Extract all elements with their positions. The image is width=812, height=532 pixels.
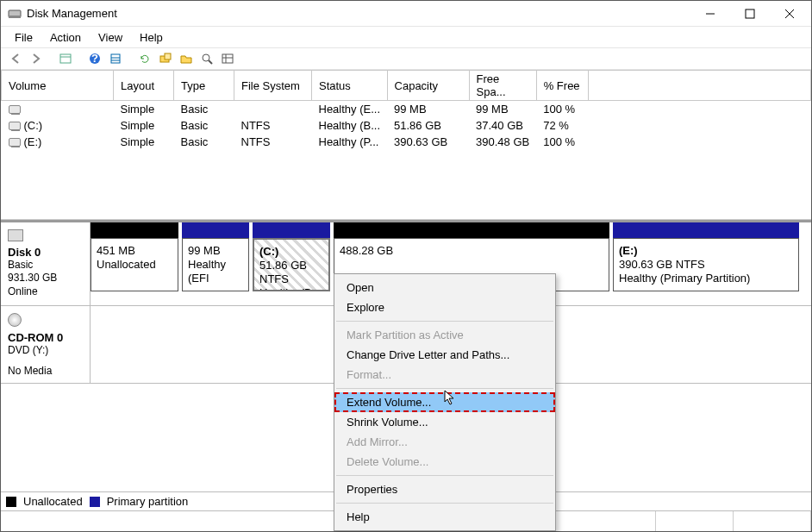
col-fs[interactable]: File System xyxy=(234,71,312,101)
detail-button[interactable] xyxy=(197,49,216,68)
svg-rect-14 xyxy=(165,53,171,59)
show-hide-button[interactable] xyxy=(56,49,75,68)
drive-icon xyxy=(9,105,21,114)
col-volume[interactable]: Volume xyxy=(2,71,114,101)
volume-row[interactable]: (C:) SimpleBasic NTFSHealthy (B... 51.86… xyxy=(2,117,811,134)
ctx-add-mirror: Add Mirror... xyxy=(334,432,555,452)
svg-rect-17 xyxy=(222,54,233,63)
cdrom-icon xyxy=(8,313,22,327)
svg-rect-10 xyxy=(111,54,120,63)
maximize-button[interactable] xyxy=(730,1,770,27)
col-type[interactable]: Type xyxy=(174,71,234,101)
titlebar: Disk Management xyxy=(1,1,811,27)
menu-view[interactable]: View xyxy=(90,29,131,46)
drive-icon xyxy=(9,138,21,147)
volume-row[interactable]: (E:) SimpleBasic NTFSHealthy (P... 390.6… xyxy=(2,134,811,150)
minimize-button[interactable] xyxy=(690,1,730,27)
volume-row[interactable]: SimpleBasic Healthy (E... 99 MB99 MB 100… xyxy=(2,101,811,117)
col-pct[interactable]: % Free xyxy=(536,71,588,101)
settings-button[interactable] xyxy=(106,49,125,68)
ctx-mark-active: Mark Partition as Active xyxy=(334,325,555,345)
svg-rect-6 xyxy=(60,54,71,63)
drive-icon xyxy=(9,122,21,130)
toolbar: ? xyxy=(1,47,811,70)
menu-file[interactable]: File xyxy=(6,29,41,46)
col-status[interactable]: Status xyxy=(312,71,388,101)
ctx-properties[interactable]: Properties xyxy=(334,479,555,499)
list-button[interactable] xyxy=(218,49,237,68)
legend-swatch-unallocated xyxy=(6,497,16,507)
menubar: File Action View Help xyxy=(1,27,811,47)
legend-unallocated-label: Unallocated xyxy=(23,495,83,508)
volume-list: Volume Layout Type File System Status Ca… xyxy=(1,70,811,220)
forward-button[interactable] xyxy=(27,49,46,68)
ctx-open[interactable]: Open xyxy=(334,278,555,297)
ctx-shrink-volume[interactable]: Shrink Volume... xyxy=(334,412,555,432)
cdrom-label[interactable]: CD-ROM 0 DVD (Y:) No Media xyxy=(1,306,91,383)
svg-rect-3 xyxy=(746,9,754,18)
help-button[interactable]: ? xyxy=(85,49,104,68)
legend-primary-label: Primary partition xyxy=(107,495,189,508)
menu-help[interactable]: Help xyxy=(131,29,172,46)
partition-c-selected[interactable]: (C:)51.86 GB NTFSHealthy (Bo xyxy=(253,222,330,306)
disk-0-label[interactable]: Disk 0 Basic 931.30 GB Online xyxy=(1,222,91,306)
col-spacer xyxy=(588,71,810,101)
ctx-delete-volume: Delete Volume... xyxy=(334,452,555,472)
rescan-button[interactable] xyxy=(156,49,175,68)
partition-e[interactable]: (E:)390.63 GB NTFSHealthy (Primary Parti… xyxy=(613,222,799,306)
svg-line-16 xyxy=(209,60,212,64)
disk-icon xyxy=(8,229,23,241)
open-button[interactable] xyxy=(177,49,196,68)
ctx-extend-volume[interactable]: Extend Volume... xyxy=(334,392,555,412)
ctx-change-letter[interactable]: Change Drive Letter and Paths... xyxy=(334,345,555,365)
svg-text:?: ? xyxy=(91,53,98,65)
partition-efi[interactable]: 99 MBHealthy (EFI xyxy=(182,222,249,306)
legend-swatch-primary xyxy=(90,497,100,507)
partition-unallocated[interactable]: 451 MBUnallocated xyxy=(91,222,178,306)
back-button[interactable] xyxy=(6,49,25,68)
ctx-format: Format... xyxy=(334,365,555,385)
ctx-help[interactable]: Help xyxy=(334,507,555,527)
col-capacity[interactable]: Capacity xyxy=(387,71,469,101)
close-button[interactable] xyxy=(770,1,809,27)
disk-management-window: Disk Management File Action View Help ? … xyxy=(0,0,812,532)
col-free[interactable]: Free Spa... xyxy=(469,71,536,101)
svg-rect-1 xyxy=(9,16,21,18)
window-title: Disk Management xyxy=(27,7,690,20)
menu-action[interactable]: Action xyxy=(41,29,90,46)
context-menu: Open Explore Mark Partition as Active Ch… xyxy=(334,273,556,531)
app-icon xyxy=(8,7,22,21)
col-layout[interactable]: Layout xyxy=(114,71,174,101)
refresh-button[interactable] xyxy=(135,49,154,68)
svg-point-15 xyxy=(203,54,209,61)
ctx-explore[interactable]: Explore xyxy=(334,297,555,317)
